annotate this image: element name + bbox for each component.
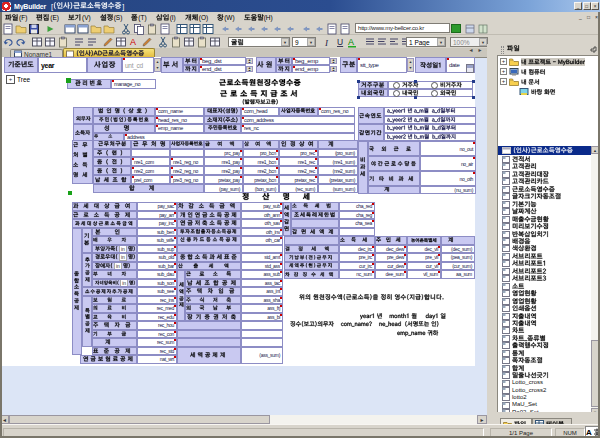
svg-text:A: A bbox=[348, 37, 354, 47]
svg-text:I: I bbox=[324, 38, 329, 48]
svg-text:A: A bbox=[130, 37, 136, 47]
svg-text:U: U bbox=[337, 37, 343, 47]
